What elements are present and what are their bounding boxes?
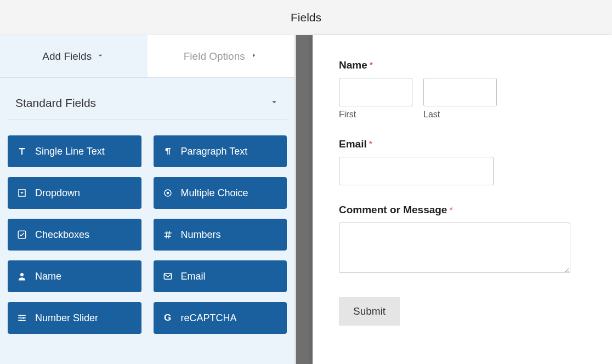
name-field-row: Name* First Last (339, 59, 586, 120)
field-label: Checkboxes (35, 229, 89, 241)
name-label: Name (339, 59, 367, 71)
dropdown-icon (16, 188, 27, 198)
required-mark: * (369, 140, 372, 149)
field-paragraph-text[interactable]: Paragraph Text (154, 135, 287, 167)
field-name[interactable]: Name (8, 260, 141, 292)
email-label: Email (339, 138, 367, 150)
field-number-slider[interactable]: Number Slider (8, 302, 141, 334)
field-single-line-text[interactable]: Single Line Text (8, 135, 141, 167)
tab-field-options[interactable]: Field Options (148, 35, 295, 77)
svg-point-1 (166, 192, 169, 195)
section-title: Standard Fields (15, 96, 96, 110)
field-email[interactable]: Email (154, 260, 287, 292)
field-label: Multiple Choice (181, 187, 248, 199)
required-mark: * (449, 206, 452, 215)
svg-point-6 (23, 317, 25, 319)
sliders-icon (16, 313, 27, 323)
field-label: Number Slider (35, 312, 98, 324)
field-label: Name (35, 271, 61, 282)
form-preview: Name* First Last Email* Comment o (313, 35, 612, 364)
chevron-down-icon (269, 97, 279, 109)
message-label: Comment or Message (339, 204, 447, 216)
svg-point-7 (20, 320, 22, 321)
field-label: Paragraph Text (181, 146, 248, 157)
field-label: reCAPTCHA (181, 312, 237, 324)
tab-add-fields-label: Add Fields (42, 50, 92, 62)
first-sublabel: First (339, 110, 412, 120)
chevron-right-icon (250, 50, 258, 62)
mail-icon (162, 271, 173, 281)
submit-label: Submit (353, 305, 386, 317)
email-field-row: Email* (339, 138, 586, 185)
right-panel: Name* First Last Email* Comment o (296, 35, 612, 364)
text-icon (16, 146, 27, 156)
page-title: Fields (0, 0, 612, 35)
last-sublabel: Last (423, 110, 497, 120)
field-multiple-choice[interactable]: Multiple Choice (154, 177, 287, 209)
tab-add-fields[interactable]: Add Fields (0, 35, 148, 77)
field-label: Email (181, 271, 206, 282)
paragraph-icon (162, 146, 173, 156)
fields-grid: Single Line Text Paragraph Text Dropdown… (0, 120, 294, 334)
chevron-down-icon (96, 50, 105, 62)
user-icon (16, 271, 27, 281)
field-dropdown[interactable]: Dropdown (8, 177, 141, 209)
last-name-input[interactable] (423, 78, 497, 106)
field-label: Numbers (181, 229, 221, 241)
field-numbers[interactable]: Numbers (154, 219, 287, 251)
first-name-input[interactable] (339, 78, 412, 106)
message-input[interactable] (339, 223, 570, 273)
field-label: Single Line Text (35, 146, 105, 157)
page-title-text: Fields (291, 11, 321, 24)
section-standard-fields[interactable]: Standard Fields (8, 78, 287, 120)
email-input[interactable] (339, 157, 494, 185)
checkbox-icon (16, 230, 27, 240)
g-icon: G (162, 312, 173, 323)
tab-field-options-label: Field Options (184, 50, 245, 62)
tab-row: Add Fields Field Options (0, 35, 294, 78)
left-panel: Add Fields Field Options Standard Fields (0, 35, 296, 364)
field-recaptcha[interactable]: G reCAPTCHA (154, 302, 287, 334)
required-mark: * (370, 61, 373, 70)
hash-icon (162, 230, 173, 240)
field-checkboxes[interactable]: Checkboxes (8, 219, 141, 251)
main: Add Fields Field Options Standard Fields (0, 35, 612, 364)
message-field-row: Comment or Message* (339, 204, 586, 275)
field-label: Dropdown (35, 187, 80, 199)
submit-button[interactable]: Submit (339, 297, 400, 326)
svg-point-5 (20, 315, 21, 316)
svg-point-3 (20, 273, 24, 276)
radio-icon (162, 188, 173, 198)
